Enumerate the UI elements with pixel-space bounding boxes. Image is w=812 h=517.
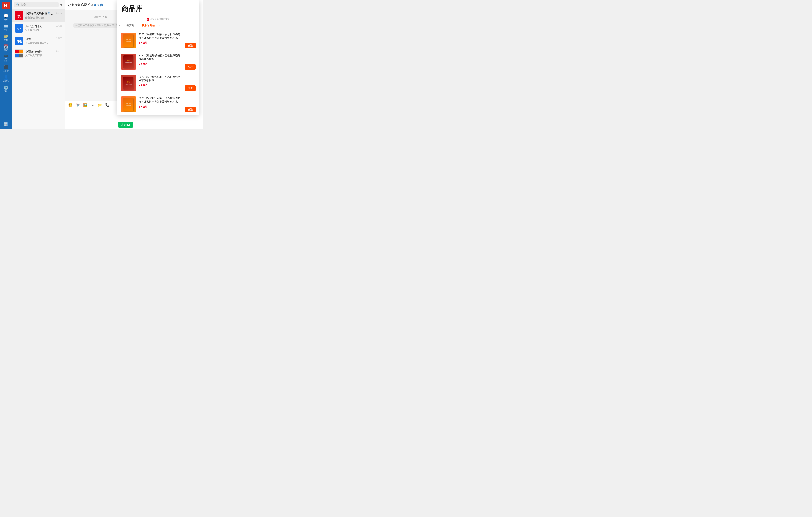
search-bar: 🔍 +: [12, 0, 65, 9]
product-item-4: 视频号实战 增长秘籍 2020《裂变增长秘籍》强烈推荐强烈推荐强烈推荐强烈推荐强…: [119, 95, 197, 114]
contact-name-4: 小裂变增长群: [25, 50, 54, 54]
product-price-2: ¥ 9980: [139, 62, 182, 66]
contact-time-4: 星期一: [56, 50, 62, 53]
svg-rect-9: [19, 50, 23, 53]
sidebar-nav: N 💬 消息 ✉️ 邮件 📁 文档 📅 日程 🖥️ 会议 ⬛ 工作台 👤: [0, 0, 12, 129]
meetings-icon: 🖥️: [4, 55, 8, 59]
sidebar-item-calendar[interactable]: 📅 日程: [0, 44, 11, 53]
product-tab-xiaoliebian[interactable]: 小裂变商...: [121, 22, 139, 29]
product-thumb-3: 私域 操盘手工作手册: [120, 75, 136, 91]
contact-item-1[interactable]: 裂 小裂变首席增长官@微信 企业微信增长服务... 星期五: [12, 9, 65, 22]
emoji-button[interactable]: 😊: [68, 103, 72, 107]
product-support-text: M 小裂变提供技术支持: [117, 17, 199, 22]
support-logo: M: [147, 18, 149, 21]
svg-rect-8: [15, 50, 19, 53]
sidebar-item-messages[interactable]: 💬 消息: [0, 12, 11, 22]
app-logo: N: [2, 2, 10, 9]
product-send-button-2[interactable]: 发送: [185, 64, 196, 70]
product-thumb-4: 视频号实战 增长秘籍: [120, 96, 136, 112]
contact-preview-2: 登录操作通知: [25, 29, 54, 32]
sidebar-item-meetings[interactable]: 🖥️ 会议: [0, 54, 11, 63]
product-price-3: ¥ 9980: [139, 84, 182, 87]
product-price-1: ¥ 49起: [139, 41, 182, 45]
sidebar-item-workspace[interactable]: ⬛ 工作台: [0, 64, 11, 74]
contact-name-1: 小裂变首席增长官@微信: [25, 12, 54, 16]
sidebar-item-docs[interactable]: 📁 文档: [0, 33, 11, 42]
chat-title: 小裂变首席增长官@微信: [68, 3, 103, 7]
contact-name-2: 企业微信团队: [25, 25, 54, 28]
product-name-4: 2020《裂变增长秘籍》强烈推荐强烈推荐强烈推荐强烈推荐强烈推荐强...: [139, 96, 182, 104]
scissors-button[interactable]: ✂️: [76, 103, 80, 107]
contact-info-1: 小裂变首席增长官@微信 企业微信增长服务...: [25, 12, 54, 19]
contact-preview-1: 企业微信增长服务...: [25, 16, 54, 19]
contact-item-4[interactable]: 小裂变增长群 员工加入了群聊 星期一: [12, 47, 65, 60]
contact-preview-4: 员工加入了群聊: [25, 54, 54, 57]
contact-time-1: 星期五: [56, 12, 62, 15]
calendar-icon: 📅: [4, 45, 8, 49]
contacts-icon: 👤: [4, 76, 8, 79]
contact-name-3: 日程: [25, 37, 54, 41]
product-thumb-1: 视频号实战 增长秘籍: [120, 33, 136, 48]
sidebar-item-analytics[interactable]: 📊: [0, 121, 11, 127]
contact-time-3: 星期三: [56, 37, 62, 40]
svg-rect-10: [15, 54, 19, 57]
product-price-4: ¥ 49起: [139, 105, 182, 109]
product-list: 视频号实战 增长秘籍 2020《裂变增长秘籍》强烈推荐强烈推荐强烈推荐强烈推荐强…: [117, 29, 199, 115]
product-item-1: 视频号实战 增长秘籍 2020《裂变增长秘籍》强烈推荐强烈推荐强烈推荐强烈推荐强…: [119, 31, 197, 50]
svg-text:N: N: [4, 3, 7, 8]
product-send-button-3[interactable]: 发送: [185, 85, 196, 91]
messages-icon: 💬: [4, 14, 8, 18]
docs-icon: 📁: [4, 34, 8, 38]
search-input[interactable]: [21, 3, 57, 6]
product-info-3: 2020《裂变增长秘籍》强烈推荐强烈推荐强烈推荐 ¥ 9980: [139, 75, 182, 87]
send-button[interactable]: 发送(E): [118, 122, 133, 128]
svg-text:裂: 裂: [17, 15, 21, 18]
product-item-2: 私域 操盘手工作手册 2020《裂变增长秘籍》强烈推荐强烈推荐强烈推荐 ¥ 99…: [119, 52, 197, 71]
avatar-4: [14, 49, 23, 58]
sidebar-item-microdisk[interactable]: 💿 微盘: [0, 84, 11, 94]
contact-preview-3: 员工邀请您参加日程...: [25, 41, 54, 45]
svg-text:M: M: [147, 19, 149, 20]
contact-info-3: 日程 员工邀请您参加日程...: [25, 37, 54, 45]
add-contact-button[interactable]: +: [60, 2, 62, 7]
sidebar-item-contacts[interactable]: 👤 通讯录: [0, 74, 11, 84]
contact-item-3[interactable]: 日程 日程 员工邀请您参加日程... 星期三: [12, 34, 65, 47]
product-info-1: 2020《裂变增长秘籍》强烈推荐强烈推荐强烈推荐强烈推荐强烈推荐强... ¥ 4…: [139, 33, 182, 45]
word-button[interactable]: w: [91, 103, 94, 107]
workspace-icon: ⬛: [4, 65, 8, 69]
contact-list: 🔍 + 裂 小裂变首席增长官@微信 企业微信增长服务... 星期五 企: [12, 0, 65, 129]
sidebar-item-mail[interactable]: ✉️ 邮件: [0, 23, 11, 32]
tab-next-arrow[interactable]: ›: [158, 23, 161, 28]
product-item-3: 私域 操盘手工作手册 2020《裂变增长秘籍》强烈推荐强烈推荐强烈推荐 ¥ 99…: [119, 74, 197, 92]
product-overlay-header: 商品库: [117, 0, 199, 17]
avatar-2: 企: [14, 24, 23, 33]
svg-text:日程: 日程: [17, 40, 22, 43]
avatar-1: 裂: [14, 11, 23, 20]
product-overlay: 商品库 M 小裂变提供技术支持 ‹ 小裂变商... 视频号商品 › 视频号实战: [117, 0, 199, 115]
image-button[interactable]: 🖼️: [83, 103, 88, 107]
svg-text:企: 企: [17, 27, 21, 30]
product-send-button-4[interactable]: 发送: [185, 107, 196, 112]
microdisk-icon: 💿: [4, 86, 8, 90]
analytics-icon: 📊: [4, 122, 8, 126]
mail-icon: ✉️: [4, 24, 8, 28]
product-name-2: 2020《裂变增长秘籍》强烈推荐强烈推荐强烈推荐: [139, 54, 182, 61]
svg-rect-11: [19, 54, 23, 57]
contact-time-2: 星期三: [56, 24, 62, 27]
product-send-button-1[interactable]: 发送: [185, 43, 196, 48]
tab-prev-arrow[interactable]: ‹: [118, 23, 121, 28]
product-name-3: 2020《裂变增长秘籍》强烈推荐强烈推荐强烈推荐: [139, 75, 182, 82]
contact-info-2: 企业微信团队 登录操作通知: [25, 25, 54, 32]
search-input-wrap[interactable]: 🔍: [14, 2, 59, 7]
product-tab-video[interactable]: 视频号商品: [140, 22, 157, 29]
folder-button[interactable]: 📁: [98, 103, 102, 107]
contact-info-4: 小裂变增长群 员工加入了群聊: [25, 50, 54, 57]
product-overlay-tabs: ‹ 小裂变商... 视频号商品 ›: [117, 22, 199, 29]
phone-button[interactable]: 📞: [105, 103, 110, 107]
contact-item-2[interactable]: 企 企业微信团队 登录操作通知 星期三: [12, 22, 65, 34]
send-row: 发送(E): [65, 121, 136, 129]
nav-items: 💬 消息 ✉️ 邮件 📁 文档 📅 日程 🖥️ 会议 ⬛ 工作台 👤 通讯录 💿: [0, 12, 11, 121]
product-library-title: 商品库: [121, 4, 143, 13]
avatar-3: 日程: [14, 36, 23, 45]
right-panel: 客户画像 客户跟进 客户订单 快捷话术 收起 ∧ —— 企业红包 获客活动 商品…: [136, 0, 203, 129]
